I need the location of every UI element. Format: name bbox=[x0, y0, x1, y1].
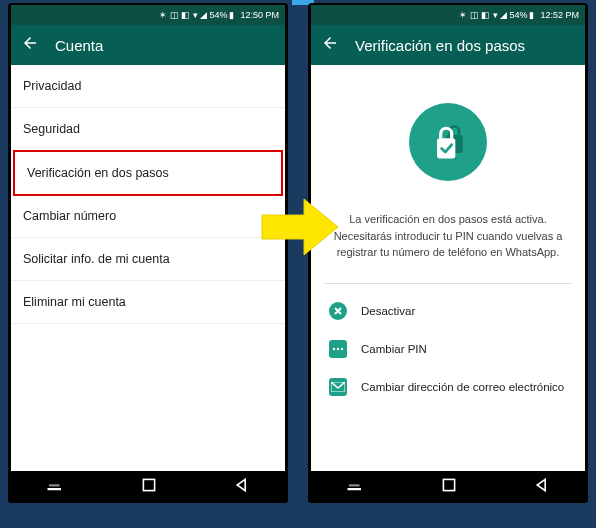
svg-rect-4 bbox=[437, 138, 455, 158]
menu-request-info[interactable]: Solicitar info. de mi cuenta bbox=[11, 238, 285, 281]
lock-badge bbox=[409, 103, 487, 181]
nav-home-icon[interactable] bbox=[441, 477, 457, 497]
phone-right: ✶ ◫ ◧ ▾ ◢ 54% ▮ 12:52 PM Verificación en… bbox=[308, 3, 588, 503]
app-bar: Cuenta bbox=[11, 25, 285, 65]
menu-privacy[interactable]: Privacidad bbox=[11, 65, 285, 108]
action-change-email[interactable]: Cambiar dirección de correo electrónico bbox=[325, 368, 571, 406]
status-bar: ✶ ◫ ◧ ▾ ◢ 54% ▮ 12:50 PM bbox=[11, 5, 285, 25]
lock-check-icon bbox=[426, 120, 470, 164]
action-label: Cambiar PIN bbox=[361, 343, 427, 355]
menu-label: Privacidad bbox=[23, 79, 81, 93]
svg-rect-2 bbox=[143, 479, 154, 490]
menu-label: Seguridad bbox=[23, 122, 80, 136]
nav-recent-icon[interactable] bbox=[46, 478, 64, 496]
action-list: Desactivar Cambiar PIN Cambiar dirección… bbox=[325, 292, 571, 406]
menu-change-number[interactable]: Cambiar número bbox=[11, 195, 285, 238]
action-label: Desactivar bbox=[361, 305, 415, 317]
svg-rect-1 bbox=[49, 484, 60, 486]
menu-label: Cambiar número bbox=[23, 209, 116, 223]
pin-icon bbox=[329, 340, 347, 358]
two-step-description: La verificación en dos pasos está activa… bbox=[325, 211, 571, 261]
android-nav bbox=[308, 471, 588, 503]
page-title: Verificación en dos pasos bbox=[355, 37, 525, 54]
nav-back-icon[interactable] bbox=[234, 477, 250, 497]
account-menu: Privacidad Seguridad Verificación en dos… bbox=[11, 65, 285, 471]
status-bar: ✶ ◫ ◧ ▾ ◢ 54% ▮ 12:52 PM bbox=[311, 5, 585, 25]
phone-left: ✶ ◫ ◧ ▾ ◢ 54% ▮ 12:50 PM Cuenta Privacid… bbox=[8, 3, 288, 503]
divider bbox=[325, 283, 571, 284]
status-time: 12:50 PM bbox=[240, 10, 279, 20]
mail-icon bbox=[329, 378, 347, 396]
back-icon[interactable] bbox=[321, 34, 339, 57]
svg-rect-10 bbox=[348, 488, 362, 490]
screen-right: ✶ ◫ ◧ ▾ ◢ 54% ▮ 12:52 PM Verificación en… bbox=[311, 5, 585, 471]
page-title: Cuenta bbox=[55, 37, 103, 54]
menu-label: Eliminar mi cuenta bbox=[23, 295, 126, 309]
menu-label: Solicitar info. de mi cuenta bbox=[23, 252, 170, 266]
battery-pct: 54% bbox=[209, 10, 227, 20]
battery-icon: ▮ bbox=[529, 10, 534, 20]
svg-point-7 bbox=[341, 347, 343, 349]
action-label: Cambiar dirección de correo electrónico bbox=[361, 381, 564, 393]
svg-rect-0 bbox=[48, 488, 62, 490]
menu-label: Verificación en dos pasos bbox=[27, 166, 169, 180]
svg-point-5 bbox=[333, 347, 335, 349]
nav-home-icon[interactable] bbox=[141, 477, 157, 497]
action-deactivate[interactable]: Desactivar bbox=[325, 292, 571, 330]
close-icon bbox=[329, 302, 347, 320]
svg-rect-11 bbox=[349, 484, 360, 486]
two-step-content: La verificación en dos pasos está activa… bbox=[311, 65, 585, 471]
status-time: 12:52 PM bbox=[540, 10, 579, 20]
status-icons: ✶ ◫ ◧ ▾ ◢ bbox=[459, 10, 507, 20]
battery-pct: 54% bbox=[509, 10, 527, 20]
action-change-pin[interactable]: Cambiar PIN bbox=[325, 330, 571, 368]
menu-delete-account[interactable]: Eliminar mi cuenta bbox=[11, 281, 285, 324]
nav-back-icon[interactable] bbox=[534, 477, 550, 497]
nav-recent-icon[interactable] bbox=[346, 478, 364, 496]
app-bar: Verificación en dos pasos bbox=[311, 25, 585, 65]
menu-security[interactable]: Seguridad bbox=[11, 108, 285, 151]
svg-point-6 bbox=[337, 347, 339, 349]
screen-left: ✶ ◫ ◧ ▾ ◢ 54% ▮ 12:50 PM Cuenta Privacid… bbox=[11, 5, 285, 471]
arrow-icon bbox=[260, 195, 340, 263]
svg-rect-12 bbox=[443, 479, 454, 490]
android-nav bbox=[8, 471, 288, 503]
back-icon[interactable] bbox=[21, 34, 39, 57]
menu-two-step[interactable]: Verificación en dos pasos bbox=[13, 150, 283, 196]
battery-icon: ▮ bbox=[229, 10, 234, 20]
status-icons: ✶ ◫ ◧ ▾ ◢ bbox=[159, 10, 207, 20]
